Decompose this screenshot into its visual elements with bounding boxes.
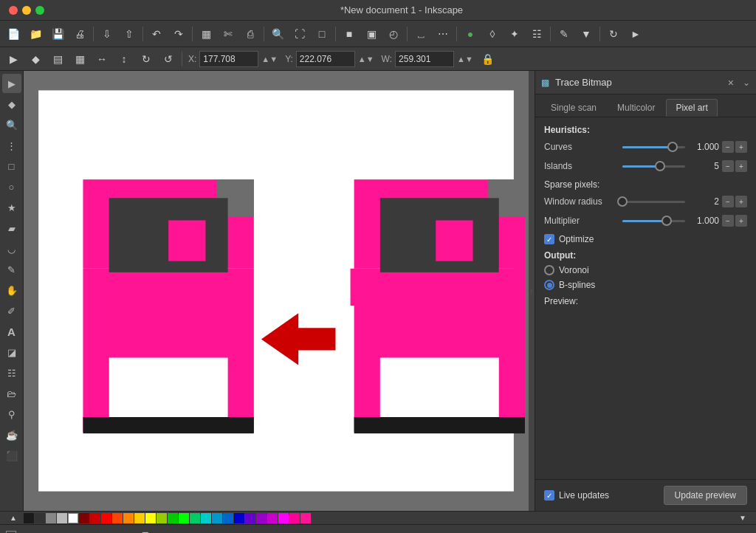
undo-icon[interactable]: ↶ <box>146 24 167 44</box>
color-swatch-violet[interactable] <box>256 513 267 523</box>
open-icon[interactable]: 📁 <box>25 24 46 44</box>
color-swatch-blue-dark[interactable] <box>234 513 244 523</box>
eraser-tool-sidebar[interactable]: ⬛ <box>2 446 21 465</box>
color-swatch-blue[interactable] <box>223 513 233 523</box>
color-swatch-magenta[interactable] <box>267 513 278 523</box>
color-swatch-deeppink[interactable] <box>300 513 311 523</box>
paint-bucket-sidebar[interactable]: ⚲ <box>2 405 21 424</box>
color-swatch-gray[interactable] <box>46 513 56 523</box>
3d-tool-sidebar[interactable]: ▰ <box>2 219 21 238</box>
multiplier-decrement-button[interactable]: − <box>722 215 734 227</box>
print-icon[interactable]: 🖨 <box>69 24 90 44</box>
tab-pixel-art[interactable]: Pixel art <box>666 99 717 117</box>
flip-h-icon[interactable]: ↔ <box>92 49 112 69</box>
spray-tool-sidebar[interactable]: ☕ <box>2 425 21 444</box>
live-updates-checkbox[interactable]: ✓ <box>544 490 554 501</box>
pencil-tool-sidebar[interactable]: ✋ <box>2 281 21 300</box>
redo-icon[interactable]: ↷ <box>168 24 189 44</box>
panel-close-button[interactable]: × <box>728 77 734 89</box>
select-tool-sidebar[interactable]: ▶ <box>2 74 21 93</box>
window-radius-slider-thumb[interactable] <box>617 196 628 207</box>
multiplier-slider-container[interactable] <box>622 215 685 227</box>
color-swatch-white[interactable] <box>68 513 78 523</box>
color-swatch-green[interactable] <box>168 513 178 523</box>
group-icon[interactable]: ▣ <box>361 24 382 44</box>
fill-icon[interactable]: ◊ <box>482 24 503 44</box>
panel-collapse-icon[interactable]: ⌄ <box>743 78 750 88</box>
curves-slider-thumb[interactable] <box>667 142 678 152</box>
tab-single-scan[interactable]: Single scan <box>541 99 606 117</box>
color-icon[interactable]: ● <box>460 24 481 44</box>
islands-slider-thumb[interactable] <box>655 161 665 171</box>
color-swatch-red-bright[interactable] <box>101 513 111 523</box>
x-adjust-icon[interactable]: ▲▼ <box>261 55 278 63</box>
bsplines-radio[interactable] <box>544 280 554 290</box>
curves-slider-container[interactable] <box>622 141 685 153</box>
spiral-tool-sidebar[interactable]: ◡ <box>2 239 21 258</box>
islands-increment-button[interactable]: + <box>735 160 747 172</box>
color-swatch-hotpink[interactable] <box>289 513 300 523</box>
color-swatch-red[interactable] <box>90 513 100 523</box>
pen-icon[interactable]: ✎ <box>554 24 574 44</box>
star-tool-sidebar[interactable]: ★ <box>2 198 21 217</box>
islands-decrement-button[interactable]: − <box>722 160 734 172</box>
curves-decrement-button[interactable]: − <box>722 141 734 153</box>
color-swatch-orange[interactable] <box>123 513 134 523</box>
more-icon[interactable]: ▼ <box>576 24 597 44</box>
color-swatch-yellow[interactable] <box>134 513 145 523</box>
color-swatch-pink[interactable] <box>278 513 289 523</box>
palette-right-arrow[interactable]: ▼ <box>732 511 753 524</box>
copy-icon[interactable]: ⎙ <box>240 24 261 44</box>
y-adjust-icon[interactable]: ▲▼ <box>358 55 374 63</box>
w-input[interactable] <box>395 51 454 67</box>
w-adjust-icon[interactable]: ▲▼ <box>457 55 473 63</box>
color-swatch-yellow-green[interactable] <box>157 513 167 523</box>
gradient-tool-sidebar[interactable]: ◪ <box>2 343 21 362</box>
multiplier-slider-thumb[interactable] <box>662 216 672 226</box>
circle-tool-sidebar[interactable]: ○ <box>2 177 21 196</box>
lock-icon[interactable]: 🔒 <box>478 49 498 69</box>
optimize-checkbox[interactable]: ✓ <box>544 234 554 244</box>
snap-nodes-icon[interactable]: ▤ <box>47 49 68 69</box>
close-button[interactable] <box>9 6 18 15</box>
color-swatch-teal[interactable] <box>190 513 200 523</box>
color-swatch-orange-red[interactable] <box>112 513 123 523</box>
ungroup-icon[interactable]: ◴ <box>383 24 404 44</box>
color-swatch-cyan[interactable] <box>201 513 211 523</box>
pen-tool-sidebar[interactable]: ✎ <box>2 260 21 279</box>
zoom-tool-sidebar[interactable]: 🔍 <box>2 115 21 134</box>
rotate-cw-icon[interactable]: ↻ <box>136 49 157 69</box>
maximize-button[interactable] <box>35 6 44 15</box>
new-icon[interactable]: 📄 <box>3 24 24 44</box>
snap-bbox-icon[interactable]: ▦ <box>69 49 90 69</box>
x-input[interactable] <box>199 51 258 67</box>
color-swatch-red-dark[interactable] <box>79 513 89 523</box>
text-tool-sidebar[interactable]: A <box>2 322 21 341</box>
zoom-in-icon[interactable]: 🔍 <box>267 24 288 44</box>
arrow-icon[interactable]: ► <box>625 24 646 44</box>
snap-icon[interactable]: ✦ <box>504 24 525 44</box>
flip-v-icon[interactable]: ↕ <box>114 49 134 69</box>
select-tool-icon[interactable]: ▶ <box>3 49 24 69</box>
y-input[interactable] <box>296 51 355 67</box>
duplicate-icon[interactable]: ▦ <box>196 24 216 44</box>
measure-tool-sidebar[interactable]: ⋮ <box>2 136 21 155</box>
voronoi-radio[interactable] <box>544 265 554 275</box>
export-icon[interactable]: ⇧ <box>119 24 140 44</box>
save-icon[interactable]: 💾 <box>47 24 68 44</box>
color-swatch-black[interactable] <box>24 513 34 523</box>
rect-tool-sidebar[interactable]: □ <box>2 157 21 176</box>
node-tool-sidebar[interactable]: ◆ <box>2 94 21 114</box>
curves-increment-button[interactable]: + <box>735 141 747 153</box>
node-tool-icon[interactable]: ◆ <box>25 49 46 69</box>
callig-tool-sidebar[interactable]: ✐ <box>2 301 21 320</box>
dropper-tool-sidebar[interactable]: 🗁 <box>2 384 21 403</box>
color-swatch-silver[interactable] <box>57 513 67 523</box>
panel-drag-handle[interactable]: ⋮ <box>529 71 535 511</box>
align-icon[interactable]: ⋯ <box>433 24 453 44</box>
multiplier-increment-button[interactable]: + <box>735 215 747 227</box>
color-swatch-purple[interactable] <box>245 513 255 523</box>
color-swatch-dark[interactable] <box>35 513 45 523</box>
window-radius-increment-button[interactable]: + <box>735 196 747 207</box>
canvas-area[interactable] <box>24 71 529 511</box>
